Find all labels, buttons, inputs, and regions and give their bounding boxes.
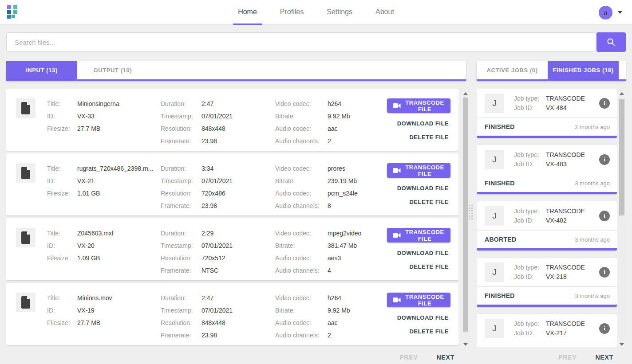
tab-finished-jobs[interactable]: FINISHED JOBS (19) xyxy=(548,61,619,79)
field-label: Job type: xyxy=(514,319,546,329)
file-time-info: Duration:2:47 Timestamp:07/01/2021 Resol… xyxy=(161,98,275,151)
field-label: Audio channels: xyxy=(275,329,328,341)
field-label: Video codec: xyxy=(275,98,328,110)
job-status-row: FINISHED 3 months ago xyxy=(477,287,617,305)
transcode-file-button[interactable]: TRANSCODE FILE xyxy=(387,98,450,113)
file-actions: TRANSCODE FILE DOWNLOAD FILE DELETE FILE xyxy=(387,227,450,280)
job-type: TRANSCODE xyxy=(546,150,585,160)
info-icon[interactable]: i xyxy=(599,154,610,165)
jobs-tabbar: ACTIVE JOBS (0) FINISHED JOBS (19) xyxy=(477,61,626,81)
user-menu: a xyxy=(599,0,622,25)
transcode-file-button[interactable]: TRANSCODE FILE xyxy=(387,228,450,243)
top-bar: Home Profiles Settings About a xyxy=(0,0,632,25)
file-audio-codec: aac xyxy=(328,122,338,135)
file-main-info: Title:Minionsingerna ID:VX-33 Filesize:2… xyxy=(47,98,161,151)
field-label: ID: xyxy=(47,110,77,122)
download-file-button[interactable]: DOWNLOAD FILE xyxy=(395,314,450,321)
videocam-icon xyxy=(393,232,401,238)
delete-file-button[interactable]: DELETE FILE xyxy=(407,328,450,335)
job-avatar: J xyxy=(485,94,504,113)
file-id: VX-21 xyxy=(77,175,95,187)
file-framerate: NTSC xyxy=(201,264,218,277)
file-duration: 2:47 xyxy=(201,98,213,110)
field-label: ID: xyxy=(47,304,77,317)
jobs-pagination: PREV NEXT xyxy=(477,351,620,364)
job-id: VX-482 xyxy=(546,216,567,225)
panel-resize-handle[interactable] xyxy=(469,205,473,223)
field-label: Framerate: xyxy=(161,135,201,147)
job-progress-bar xyxy=(477,305,617,307)
nav-home[interactable]: Home xyxy=(228,0,267,25)
job-header: J Job type:TRANSCODE Job ID:VX-482 i xyxy=(477,201,617,231)
file-title: Minionsingerna xyxy=(77,98,119,110)
files-scrollbar[interactable] xyxy=(462,90,469,347)
file-main-info: Title:Z045603.mxf ID:VX-20 Filesize:1.09… xyxy=(47,227,161,280)
download-file-button[interactable]: DOWNLOAD FILE xyxy=(395,120,450,127)
field-label: Duration: xyxy=(161,292,201,304)
file-time-info: Duration:3:34 Timestamp:07/01/2021 Resol… xyxy=(161,162,275,215)
field-label: Audio channels: xyxy=(275,135,328,147)
tab-output[interactable]: OUTPUT (10) xyxy=(77,61,148,79)
file-main-info: Title:Minions.mov ID:VX-19 Filesize:27.7… xyxy=(47,292,161,345)
chevron-down-icon[interactable] xyxy=(618,11,622,14)
field-label: Bitrate: xyxy=(275,175,328,187)
nav-profiles[interactable]: Profiles xyxy=(270,0,313,25)
jobs-next-button[interactable]: NEXT xyxy=(589,352,620,363)
field-label: Resolution: xyxy=(161,317,201,329)
job-type: TRANSCODE xyxy=(546,94,585,103)
tab-active-jobs[interactable]: ACTIVE JOBS (0) xyxy=(477,61,548,79)
scrollbar-thumb[interactable] xyxy=(619,99,624,215)
field-label: Video codec: xyxy=(275,292,328,304)
search-button[interactable] xyxy=(596,32,626,52)
videocam-icon xyxy=(393,168,401,173)
nav-settings[interactable]: Settings xyxy=(317,0,362,25)
field-label: Audio codec: xyxy=(275,252,328,264)
transcode-file-button[interactable]: TRANSCODE FILE xyxy=(387,163,450,178)
file-audio-channels: 2 xyxy=(328,135,331,147)
delete-file-button[interactable]: DELETE FILE xyxy=(407,263,450,270)
download-file-button[interactable]: DOWNLOAD FILE xyxy=(395,250,450,256)
scroll-down-icon[interactable] xyxy=(463,343,468,346)
file-actions: TRANSCODE FILE DOWNLOAD FILE DELETE FILE xyxy=(387,98,450,151)
nav-about[interactable]: About xyxy=(366,0,404,25)
delete-file-button[interactable]: DELETE FILE xyxy=(407,199,450,205)
transcode-file-label: TRANSCODE FILE xyxy=(405,164,445,177)
file-icon xyxy=(16,293,36,312)
file-audio-channels: 2 xyxy=(328,329,331,341)
field-label: Audio codec: xyxy=(275,317,328,329)
info-icon[interactable]: i xyxy=(599,98,610,109)
files-next-button[interactable]: NEXT xyxy=(430,352,461,363)
transcode-file-label: TRANSCODE FILE xyxy=(405,229,445,242)
transcode-file-button[interactable]: TRANSCODE FILE xyxy=(387,293,450,307)
user-avatar[interactable]: a xyxy=(599,6,612,20)
download-file-button[interactable]: DOWNLOAD FILE xyxy=(395,185,450,192)
jobs-prev-button[interactable]: PREV xyxy=(552,352,583,363)
info-icon[interactable]: i xyxy=(599,323,610,334)
tab-input[interactable]: INPUT (13) xyxy=(6,61,77,79)
scroll-up-icon[interactable] xyxy=(463,92,468,95)
job-header: J Job type:TRANSCODE Job ID:VX-217 i xyxy=(477,314,617,343)
job-status: ABORTED xyxy=(485,236,516,243)
scrollbar-thumb[interactable] xyxy=(463,98,468,332)
delete-file-button[interactable]: DELETE FILE xyxy=(407,134,450,141)
job-card: J Job type:TRANSCODE Job ID:VX-218 i FIN… xyxy=(477,258,617,307)
field-label: Job ID: xyxy=(514,160,546,169)
files-prev-button[interactable]: PREV xyxy=(393,352,424,363)
search-bar xyxy=(6,32,626,52)
job-info: Job type:TRANSCODE Job ID:VX-217 xyxy=(514,319,599,338)
info-icon[interactable]: i xyxy=(599,267,610,278)
job-avatar: J xyxy=(485,206,504,226)
job-progress-bar xyxy=(477,248,617,250)
jobs-scrollbar[interactable] xyxy=(619,90,625,347)
job-status: FINISHED xyxy=(485,123,515,130)
scroll-up-icon[interactable] xyxy=(620,92,624,95)
field-label: Job ID: xyxy=(514,103,546,113)
search-input[interactable] xyxy=(6,32,596,52)
job-header: J Job type:TRANSCODE Job ID:VX-218 i xyxy=(477,258,617,287)
scroll-down-icon[interactable] xyxy=(620,343,624,346)
info-icon[interactable]: i xyxy=(599,211,610,221)
file-audio-codec: pcm_s24le xyxy=(328,187,358,200)
file-timestamp: 07/01/2021 xyxy=(201,110,233,122)
file-codec-info: Video codec:mpeg2video Bitrate:381.47 Mb… xyxy=(275,227,387,280)
job-card: J Job type:TRANSCODE Job ID:VX-482 i ABO… xyxy=(477,201,617,250)
